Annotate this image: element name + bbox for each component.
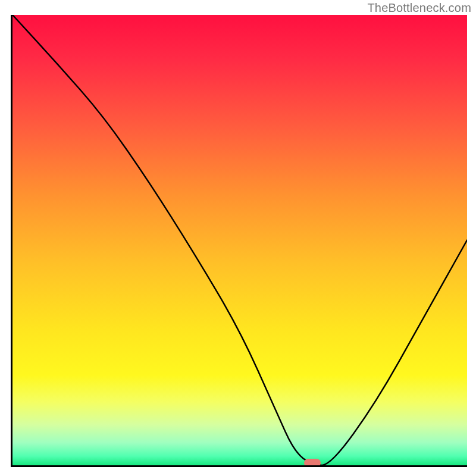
bottleneck-curve (12, 15, 467, 465)
optimal-marker (304, 459, 321, 467)
plot-area (11, 15, 467, 467)
watermark-label: TheBottleneck.com (367, 1, 471, 15)
chart-container: TheBottleneck.com (0, 0, 476, 476)
